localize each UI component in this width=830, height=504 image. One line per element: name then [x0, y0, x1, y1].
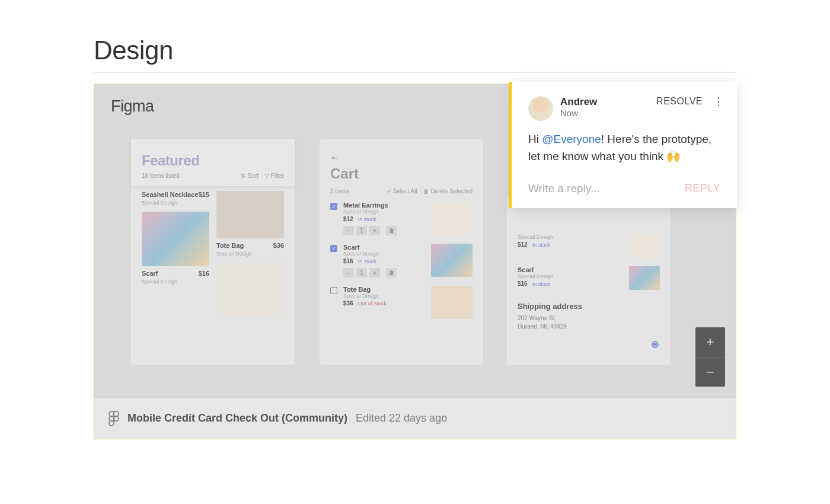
cart-item-tag: Special Design: [343, 251, 425, 257]
checkbox[interactable]: [330, 245, 337, 252]
cart-item-name: Metal Earrings: [343, 202, 425, 209]
reply-input[interactable]: Write a reply...: [528, 182, 600, 195]
avatar: [528, 96, 553, 121]
product-name: Scarf: [142, 270, 177, 277]
cart-panel: ← Cart 3 items ✓ Select All 🗑 Delete Sel…: [320, 139, 483, 365]
shipping-address: 202 Wayne St, Durand, MI, 48429: [518, 314, 660, 331]
trash-icon[interactable]: 🗑: [386, 268, 397, 277]
cart-item: Tote Bag Special Design $36 Out of stock: [330, 286, 473, 319]
stock-status: In stock: [532, 242, 551, 248]
item-tag: Special Design: [518, 234, 623, 240]
shipping-title: Shipping address: [518, 302, 660, 311]
mention[interactable]: @Everyone: [542, 133, 601, 145]
select-all-button[interactable]: ✓ Select All: [387, 188, 417, 194]
stock-status: In stock: [532, 281, 551, 287]
stock-status: Out of stock: [358, 301, 387, 307]
product-image: [216, 263, 284, 317]
cart-item-price: $36: [343, 300, 353, 307]
delete-selected-button[interactable]: 🗑 Delete Selected: [423, 188, 473, 194]
zoom-in-button[interactable]: +: [695, 327, 725, 357]
item-tag: Special Design: [518, 273, 623, 279]
comment-popup: Andrew Now RESOLVE ⋮ Hi @Everyone! Here'…: [512, 82, 737, 208]
comment-time: Now: [560, 108, 656, 118]
cart-thumb: [431, 202, 473, 235]
radio-selected[interactable]: [652, 341, 659, 348]
cart-title: Cart: [330, 165, 473, 182]
qty-plus-button[interactable]: +: [369, 268, 380, 277]
cart-thumb: [431, 244, 473, 277]
checkbox[interactable]: [330, 203, 337, 210]
filter-icon: ▽: [264, 173, 269, 179]
cart-item: Scarf Special Design $16 In stock − 1 + …: [330, 244, 473, 277]
product-price: $16: [199, 270, 209, 277]
product-price: $15: [199, 191, 209, 198]
comment-body: Hi @Everyone! Here's the prototype, let …: [512, 128, 737, 176]
cart-item: Metal Earrings Special Design $12 In sto…: [330, 202, 473, 235]
sort-button[interactable]: ⇅Sort: [241, 173, 258, 179]
more-icon[interactable]: ⋮: [713, 96, 724, 107]
product-name: Seashell Necklace: [142, 191, 198, 199]
thumb: [629, 234, 660, 258]
sort-icon: ⇅: [241, 173, 245, 179]
cart-count: 3 items: [330, 188, 349, 194]
reply-button[interactable]: REPLY: [685, 182, 720, 194]
figma-logo-icon: [108, 411, 119, 426]
stock-status: In stock: [358, 259, 376, 264]
cart-item-name: Scarf: [343, 244, 425, 251]
trash-icon[interactable]: 🗑: [386, 226, 397, 235]
product-tag: Special Design: [142, 200, 198, 206]
emoji-icon: 🙌: [666, 150, 681, 162]
cart-item-price: $16: [343, 258, 353, 264]
stock-status: In stock: [358, 216, 376, 222]
qty-minus-button[interactable]: −: [343, 226, 354, 235]
back-icon[interactable]: ←: [330, 152, 473, 163]
divider: [94, 72, 736, 73]
product-image: [216, 191, 284, 238]
item-price: $12: [518, 241, 528, 248]
thumb: [629, 266, 660, 290]
checkbox[interactable]: [330, 287, 337, 294]
cart-item-tag: Special Design: [343, 209, 425, 215]
file-edited: Edited 22 days ago: [356, 412, 447, 425]
zoom-controls: + −: [695, 327, 725, 387]
qty-plus-button[interactable]: +: [369, 226, 380, 235]
item-price: $16: [518, 280, 528, 287]
cart-item-price: $12: [343, 216, 353, 222]
featured-panel: Featured 18 items listed ⇅Sort ▽Filter: [131, 139, 295, 365]
featured-subtitle: 18 items listed: [142, 173, 180, 179]
comment-accent-bar: [509, 82, 512, 208]
cart-thumb: [431, 286, 473, 319]
cart-item-tag: Special Design: [343, 293, 425, 299]
qty-value: 1: [356, 268, 367, 277]
item-name: Scarf: [518, 266, 623, 273]
resolve-button[interactable]: RESOLVE: [656, 96, 703, 107]
page-title: Design: [94, 36, 736, 65]
filter-button[interactable]: ▽Filter: [264, 173, 284, 179]
svg-point-0: [114, 416, 119, 421]
checkout-panel: Special Design $12 In stock Scarf Specia…: [507, 199, 671, 365]
product-name: Tote Bag: [216, 242, 252, 250]
zoom-out-button[interactable]: −: [695, 357, 725, 387]
product-tag: Special Design: [216, 251, 252, 257]
qty-minus-button[interactable]: −: [343, 268, 354, 277]
card-footer: Mobile Credit Card Check Out (Community)…: [94, 397, 736, 439]
featured-title: Featured: [142, 152, 284, 169]
product-tag: Special Design: [142, 279, 177, 285]
comment-author: Andrew: [560, 96, 656, 108]
qty-value: 1: [356, 226, 367, 235]
product-price: $36: [273, 242, 284, 249]
file-name: Mobile Credit Card Check Out (Community): [127, 412, 347, 425]
product-image: [142, 212, 209, 266]
cart-item-name: Tote Bag: [343, 286, 425, 293]
